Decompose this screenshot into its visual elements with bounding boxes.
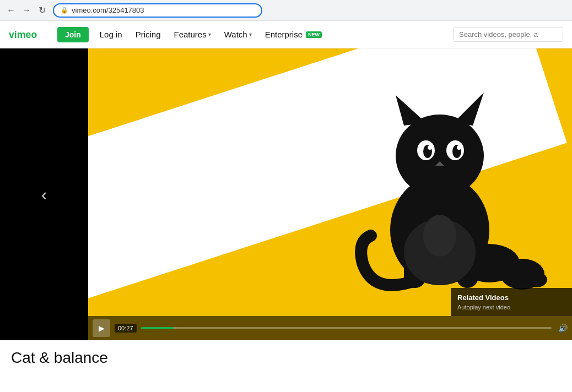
address-bar[interactable]: 🔒 vimeo.com/325417803 xyxy=(53,3,262,18)
lock-icon: 🔒 xyxy=(61,7,68,14)
video-scene: Related Videos Autoplay next video ▶ 00:… xyxy=(88,48,572,340)
login-link[interactable]: Log in xyxy=(93,21,129,48)
forward-button[interactable]: → xyxy=(20,4,33,17)
svg-point-18 xyxy=(423,215,456,257)
vimeo-logo[interactable]: vimeo xyxy=(9,28,48,41)
svg-point-10 xyxy=(457,145,461,150)
nav-buttons: ← → ↻ xyxy=(4,4,48,17)
features-chevron-icon: ▾ xyxy=(208,31,211,37)
url-text: vimeo.com/325417803 xyxy=(72,6,144,14)
below-video: Cat & balance xyxy=(0,340,572,375)
prev-arrow-button[interactable]: ‹ xyxy=(30,181,58,208)
refresh-button[interactable]: ↻ xyxy=(35,4,48,17)
watch-chevron-icon: ▾ xyxy=(249,31,252,37)
watch-link[interactable]: Watch ▾ xyxy=(218,21,258,48)
enterprise-badge: NEW xyxy=(306,31,322,38)
autoplay-text: Autoplay next video xyxy=(457,304,565,311)
svg-marker-4 xyxy=(454,92,484,126)
join-button[interactable]: Join xyxy=(57,27,89,42)
nav-links: Log in Pricing Features ▾ Watch ▾ Enterp… xyxy=(93,21,453,48)
related-panel: Related Videos Autoplay next video xyxy=(451,288,572,316)
volume-icon[interactable]: 🔊 xyxy=(558,324,568,333)
related-videos-title: Related Videos xyxy=(457,293,565,302)
svg-point-2 xyxy=(396,115,484,197)
features-link[interactable]: Features ▾ xyxy=(168,21,218,48)
enterprise-link[interactable]: Enterprise NEW xyxy=(258,21,328,48)
video-controls: ▶ 00:27 🔊 xyxy=(88,316,572,340)
svg-point-15 xyxy=(525,272,547,287)
video-container[interactable]: Related Videos Autoplay next video ▶ 00:… xyxy=(88,48,572,340)
vimeo-navbar: vimeo Join Log in Pricing Features ▾ Wat… xyxy=(0,21,572,48)
main-content: ‹ xyxy=(0,48,572,340)
cat-illustration xyxy=(285,65,561,302)
svg-point-9 xyxy=(428,145,432,150)
svg-text:vimeo: vimeo xyxy=(9,29,37,40)
svg-marker-3 xyxy=(396,95,426,126)
back-button[interactable]: ← xyxy=(4,4,18,17)
progress-bar[interactable] xyxy=(141,327,552,329)
browser-chrome: ← → ↻ 🔒 vimeo.com/325417803 xyxy=(0,0,572,21)
video-title: Cat & balance xyxy=(11,349,108,367)
search-input[interactable] xyxy=(453,27,563,42)
left-sidebar: ‹ xyxy=(0,48,88,340)
time-display: 00:27 xyxy=(115,324,137,333)
play-button[interactable]: ▶ xyxy=(93,319,110,337)
progress-fill xyxy=(141,327,174,329)
pricing-link[interactable]: Pricing xyxy=(129,21,168,48)
